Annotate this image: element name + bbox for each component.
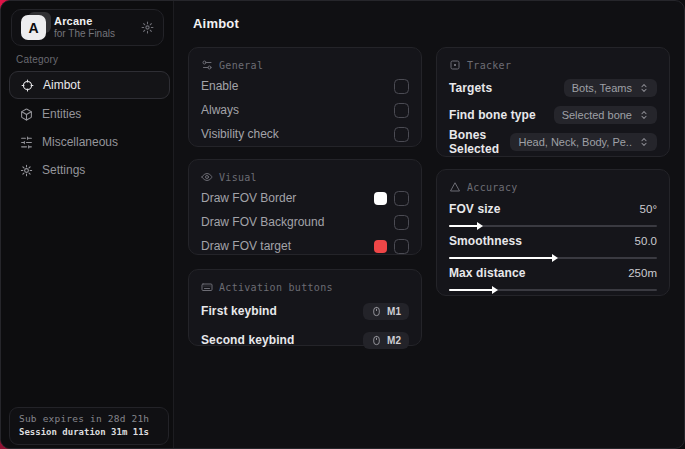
page-title: Aimbot (193, 16, 239, 31)
first-keybind-label: First keybind (201, 304, 277, 318)
targets-label: Targets (449, 81, 492, 95)
draw-fov-target-label: Draw FOV target (201, 239, 291, 253)
panel-activation-buttons: Activation buttons First keybind M1 Seco… (188, 269, 422, 346)
find-bone-type-label: Find bone type (449, 108, 536, 122)
visibility-check-checkbox[interactable] (394, 127, 409, 142)
panel-header: Activation buttons (219, 282, 333, 293)
panel-visual: Visual Draw FOV Border Draw FOV Backgrou… (188, 159, 422, 255)
eye-icon (201, 171, 213, 183)
slider-fill (449, 225, 478, 227)
draw-fov-background-label: Draw FOV Background (201, 215, 324, 229)
fov-size-label: FOV size (449, 202, 500, 216)
always-checkbox[interactable] (394, 103, 409, 118)
box-icon (20, 108, 33, 121)
triangle-icon (449, 181, 461, 193)
app-subtitle: for The Finals (54, 28, 133, 40)
dropdown-value: Selected bone (562, 109, 632, 121)
sidebar-item-label: Miscellaneous (42, 135, 118, 149)
slider-thumb[interactable] (477, 222, 483, 230)
keyboard-icon (201, 281, 213, 293)
sidebar-item-label: Settings (42, 163, 85, 177)
panel-header: Accuracy (467, 182, 518, 193)
enable-label: Enable (201, 79, 238, 93)
gear-icon (20, 164, 33, 177)
smoothness-slider[interactable] (449, 257, 657, 259)
draw-fov-border-label: Draw FOV Border (201, 191, 296, 205)
max-distance-label: Max distance (449, 266, 526, 280)
first-keybind-button[interactable]: M1 (363, 303, 409, 320)
slider-fill (449, 289, 493, 291)
session-duration-text: Session duration 31m 11s (19, 427, 159, 437)
fov-size-value: 50° (640, 203, 657, 215)
mouse-icon (371, 335, 382, 346)
chevrons-up-down-icon (639, 83, 649, 93)
max-distance-row: Max distance 250m (449, 266, 657, 291)
targets-dropdown[interactable]: Bots, Teams (564, 79, 657, 97)
smoothness-value: 50.0 (635, 235, 657, 247)
app-window: A Arcane for The Finals Category Aimbot (0, 0, 685, 449)
sidebar: A Arcane for The Finals Category Aimbot (1, 1, 174, 448)
panel-header: General (219, 60, 263, 71)
second-keybind-button[interactable]: M2 (363, 332, 409, 349)
enable-checkbox[interactable] (394, 79, 409, 94)
sidebar-item-miscellaneous[interactable]: Miscellaneous (9, 128, 170, 156)
scan-icon (449, 59, 461, 71)
find-bone-type-dropdown[interactable]: Selected bone (554, 106, 657, 124)
max-distance-slider[interactable] (449, 289, 657, 291)
gear-icon[interactable] (141, 21, 154, 34)
panel-general: General Enable Always Visibility check (188, 47, 422, 147)
backdrop: A Arcane for The Finals Category Aimbot (0, 0, 685, 449)
draw-fov-border-checkbox[interactable] (394, 191, 409, 206)
slider-thumb[interactable] (552, 254, 558, 262)
logo-letter: A (21, 15, 46, 40)
visibility-check-label: Visibility check (201, 127, 279, 141)
fov-size-slider[interactable] (449, 225, 657, 227)
max-distance-value: 250m (628, 267, 657, 279)
app-logo: A (21, 15, 46, 40)
dropdown-value: Head, Neck, Body, Pe.. (518, 136, 632, 148)
panel-header: Visual (219, 172, 257, 183)
panel-tracker: Tracker Targets Bots, Teams Find bone ty… (436, 47, 670, 157)
app-title: Arcane (54, 15, 133, 28)
fov-size-row: FOV size 50° (449, 202, 657, 227)
sidebar-item-entities[interactable]: Entities (9, 100, 170, 128)
settings-lines-icon (201, 59, 213, 71)
keybind-value: M1 (387, 306, 401, 317)
dropdown-value: Bots, Teams (572, 82, 632, 94)
fov-target-color-swatch[interactable] (374, 240, 387, 253)
smoothness-label: Smoothness (449, 234, 522, 248)
sliders-icon (20, 136, 33, 149)
draw-fov-background-checkbox[interactable] (394, 215, 409, 230)
keybind-value: M2 (387, 335, 401, 346)
sidebar-item-settings[interactable]: Settings (9, 156, 170, 184)
bones-selected-dropdown[interactable]: Head, Neck, Body, Pe.. (510, 133, 657, 151)
sidebar-item-label: Aimbot (43, 78, 80, 92)
crosshair-icon (21, 79, 34, 92)
sub-expiry-text: Sub expires in 28d 21h (19, 413, 159, 424)
panel-header: Tracker (467, 60, 511, 71)
draw-fov-target-checkbox[interactable] (394, 239, 409, 254)
slider-thumb[interactable] (492, 286, 498, 294)
smoothness-row: Smoothness 50.0 (449, 234, 657, 259)
subscription-info: Sub expires in 28d 21h Session duration … (9, 407, 169, 445)
sidebar-header: A Arcane for The Finals (11, 9, 164, 46)
fov-border-color-swatch[interactable] (374, 192, 387, 205)
always-label: Always (201, 103, 239, 117)
sidebar-item-label: Entities (42, 107, 81, 121)
sidebar-item-aimbot[interactable]: Aimbot (9, 71, 170, 99)
mouse-icon (371, 306, 382, 317)
slider-fill (449, 257, 553, 259)
chevrons-up-down-icon (639, 110, 649, 120)
category-label: Category (16, 54, 58, 65)
chevrons-up-down-icon (639, 137, 649, 147)
panel-accuracy: Accuracy FOV size 50° Smoothness 50.0 (436, 169, 670, 296)
second-keybind-label: Second keybind (201, 333, 294, 347)
bones-selected-label: Bones Selected (449, 128, 510, 156)
